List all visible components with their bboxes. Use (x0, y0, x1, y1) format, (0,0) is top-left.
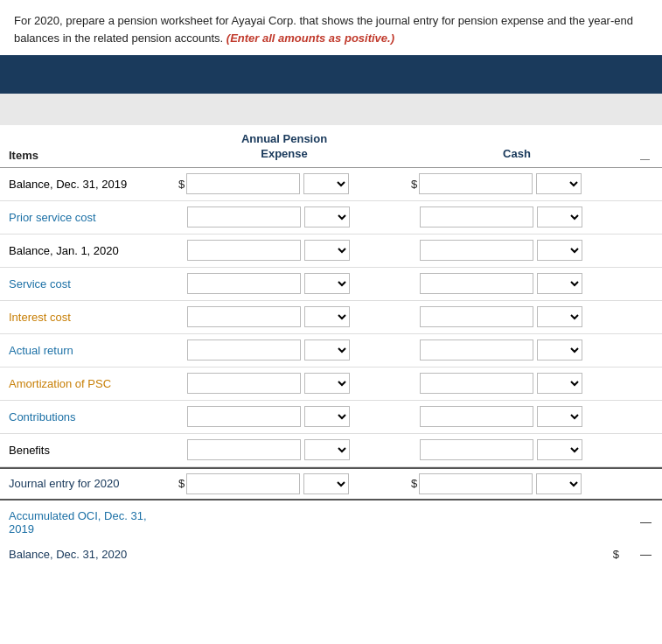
cash-col-header: Cash (408, 147, 626, 164)
table-row: BenefitsDrCrDrCr (0, 434, 662, 467)
cash-select[interactable]: DrCr (537, 439, 582, 460)
cash-input[interactable] (420, 306, 533, 327)
cash-select[interactable]: DrCr (536, 173, 582, 194)
annual-pension-select[interactable]: DrCr (304, 406, 350, 427)
annual-pension-select[interactable]: DrCr (304, 373, 350, 394)
balance-dec-row: Balance, Dec. 31, 2020 $ — (0, 539, 662, 569)
row-label: Interest cost (0, 311, 175, 324)
cash-cell-group: DrCr (408, 273, 626, 294)
annual-pension-cell-group: DrCr (175, 439, 394, 460)
cash-cell-group: DrCr (408, 340, 626, 360)
cash-select[interactable]: DrCr (537, 306, 582, 327)
annual-pension-input[interactable] (187, 306, 301, 327)
row-label: Prior service cost (0, 211, 175, 224)
light-subheader (0, 94, 662, 125)
annual-pension-select[interactable]: DrCr (303, 473, 349, 494)
annual-pension-select[interactable]: DrCr (303, 173, 349, 194)
cash-input[interactable] (420, 406, 533, 427)
annual-pension-input[interactable] (187, 240, 301, 261)
cash-cell-group: DrCr (408, 306, 626, 327)
annual-pension-cell-group: $DrCr (175, 173, 394, 194)
acc-oci-row: Accumulated OCI, Dec. 31, 2019 — (0, 500, 662, 539)
table-row: Amortization of PSCDrCrDrCr (0, 368, 662, 401)
dollar-sign: $ (178, 178, 185, 191)
annual-pension-input[interactable] (187, 206, 301, 228)
cash-input[interactable] (420, 273, 533, 294)
annual-pension-cell-group: DrCr (175, 406, 394, 427)
row-label: Balance, Jan. 1, 2020 (0, 244, 175, 257)
cash-cell-group: $DrCr (408, 173, 626, 194)
cash-select[interactable]: DrCr (537, 206, 582, 228)
cash-input[interactable] (420, 240, 533, 261)
dollar-sign: $ (411, 178, 417, 191)
dollar-sign: $ (411, 477, 417, 490)
annual-pension-select[interactable]: DrCr (304, 240, 350, 261)
annual-pension-cell-group: DrCr (175, 273, 394, 294)
table-row: ContributionsDrCrDrCr (0, 401, 662, 434)
annual-pension-cell-group: DrCr (175, 240, 394, 261)
row-label: Balance, Dec. 31, 2019 (0, 178, 175, 191)
row-label: Journal entry for 2020 (0, 477, 175, 490)
annual-pension-title: Annual Pension Expense (241, 132, 327, 162)
table-row: Actual returnDrCrDrCr (0, 334, 662, 368)
annual-pension-cell-group: DrCr (175, 306, 394, 327)
balance-dec-label: Balance, Dec. 31, 2020 (0, 548, 175, 561)
annual-pension-input[interactable] (186, 473, 300, 494)
annual-pension-cell-group: DrCr (175, 340, 394, 360)
annual-pension-cell-group: DrCr (175, 373, 394, 394)
cash-input[interactable] (419, 473, 533, 494)
intro-note: (Enter all amounts as positive.) (226, 32, 394, 45)
cash-cell-group: DrCr (408, 240, 626, 261)
annual-pension-select[interactable]: DrCr (304, 306, 350, 327)
annual-pension-cell-group: DrCr (175, 206, 394, 228)
acc-oci-label: Accumulated OCI, Dec. 31, 2019 (0, 509, 175, 536)
row-label: Actual return (0, 344, 175, 357)
annual-pension-input[interactable] (187, 340, 301, 360)
cash-select[interactable]: DrCr (537, 373, 582, 394)
intro-text: For 2020, prepare a pension worksheet fo… (0, 0, 662, 55)
annual-pension-select[interactable]: DrCr (304, 206, 350, 228)
row-label: Amortization of PSC (0, 377, 175, 390)
cash-cell-group: $DrCr (408, 473, 626, 494)
cash-input[interactable] (420, 206, 533, 228)
cash-input[interactable] (419, 173, 533, 194)
table-row: Balance, Jan. 1, 2020DrCrDrCr (0, 234, 662, 268)
annual-pension-select[interactable]: DrCr (304, 340, 350, 360)
items-col-header: Items (0, 149, 175, 164)
dollar-sign: $ (178, 477, 185, 490)
cash-select[interactable]: DrCr (537, 240, 582, 261)
table-row: Interest costDrCrDrCr (0, 301, 662, 334)
cash-input[interactable] (420, 340, 533, 360)
row-label: Benefits (0, 444, 175, 457)
annual-pension-select[interactable]: DrCr (304, 273, 350, 294)
table-row: Prior service costDrCrDrCr (0, 201, 662, 234)
cash-input[interactable] (420, 439, 533, 460)
cash-select[interactable]: DrCr (537, 340, 582, 360)
cash-title: Cash (503, 147, 531, 162)
cash-input[interactable] (420, 373, 533, 394)
annual-pension-cell-group: $DrCr (175, 473, 394, 494)
cash-cell-group: DrCr (408, 373, 626, 394)
annual-pension-input[interactable] (187, 373, 301, 394)
row-label: Contributions (0, 410, 175, 424)
table-row: Balance, Dec. 31, 2019$DrCr$DrCr (0, 168, 662, 201)
annual-pension-col-header: Annual Pension Expense (175, 132, 394, 164)
col-headers: Items Annual Pension Expense Cash — (0, 125, 662, 168)
cash-cell-group: DrCr (408, 206, 626, 228)
cash-select[interactable]: DrCr (536, 473, 582, 494)
dark-header (0, 55, 662, 94)
table-row: Service costDrCrDrCr (0, 268, 662, 301)
annual-pension-input[interactable] (186, 173, 300, 194)
annual-pension-input[interactable] (187, 406, 301, 427)
rows-container: Balance, Dec. 31, 2019$DrCr$DrCrPrior se… (0, 168, 662, 500)
cash-cell-group: DrCr (408, 406, 626, 427)
cash-cell-group: DrCr (408, 439, 626, 460)
worksheet: Items Annual Pension Expense Cash — Bala… (0, 125, 662, 586)
table-row: Journal entry for 2020$DrCr$DrCr (0, 467, 662, 500)
row-label: Service cost (0, 277, 175, 290)
annual-pension-select[interactable]: DrCr (304, 439, 350, 460)
cash-select[interactable]: DrCr (537, 406, 582, 427)
annual-pension-input[interactable] (187, 273, 301, 294)
annual-pension-input[interactable] (187, 439, 301, 460)
cash-select[interactable]: DrCr (537, 273, 582, 294)
